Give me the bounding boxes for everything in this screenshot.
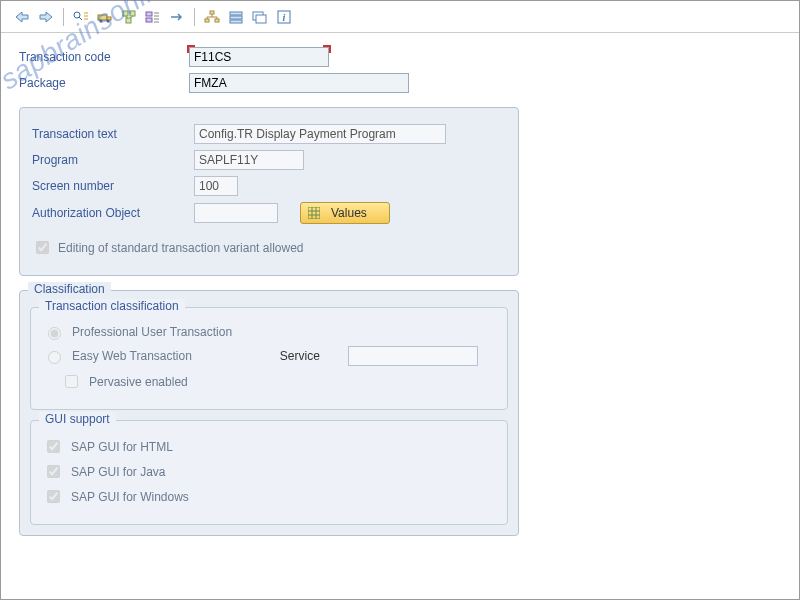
tcode-label: Transaction code <box>19 50 189 64</box>
svg-rect-17 <box>256 15 266 23</box>
program-label: Program <box>32 153 194 167</box>
app-toolbar: i <box>1 1 799 33</box>
gui-support-subgroup: GUI support SAP GUI for HTML SAP GUI for… <box>30 420 508 525</box>
svg-text:i: i <box>283 12 286 23</box>
forward-icon[interactable] <box>35 6 57 28</box>
prof-user-label: Professional User Transaction <box>72 325 232 339</box>
svg-rect-9 <box>146 18 152 22</box>
pervasive-label: Pervasive enabled <box>89 375 188 389</box>
display-toggle-icon[interactable] <box>70 6 92 28</box>
info-icon[interactable]: i <box>273 6 295 28</box>
stack-icon[interactable] <box>225 6 247 28</box>
where-used-icon[interactable] <box>118 6 140 28</box>
gui-support-title: GUI support <box>39 412 116 426</box>
transport-icon[interactable] <box>94 6 116 28</box>
edit-variant-checkbox <box>36 241 49 254</box>
table-icon <box>307 206 321 220</box>
svg-rect-5 <box>123 11 128 16</box>
screen-label: Screen number <box>32 179 194 193</box>
auth-label: Authorization Object <box>32 206 194 220</box>
details-panel: Transaction text Program Screen number A… <box>19 107 519 276</box>
gui-html-label: SAP GUI for HTML <box>71 440 173 454</box>
tx-class-title: Transaction classification <box>39 299 185 313</box>
separator <box>63 8 64 26</box>
gui-win-checkbox <box>47 490 60 503</box>
svg-rect-12 <box>215 19 219 22</box>
navigate-icon[interactable] <box>166 6 188 28</box>
tx-text-label: Transaction text <box>32 127 194 141</box>
tx-class-subgroup: Transaction classification Professional … <box>30 307 508 410</box>
package-input[interactable] <box>189 73 409 93</box>
svg-rect-8 <box>146 12 152 16</box>
classification-title: Classification <box>28 282 111 296</box>
easy-web-radio <box>48 351 61 364</box>
classification-group: Classification Transaction classificatio… <box>19 290 519 536</box>
window-list-icon[interactable] <box>249 6 271 28</box>
pervasive-checkbox <box>65 375 78 388</box>
gui-java-checkbox <box>47 465 60 478</box>
values-button-label: Values <box>331 206 367 220</box>
svg-rect-10 <box>210 11 214 14</box>
svg-rect-2 <box>107 17 111 20</box>
svg-rect-7 <box>126 18 131 23</box>
svg-rect-14 <box>230 16 242 19</box>
back-icon[interactable] <box>11 6 33 28</box>
gui-html-checkbox <box>47 440 60 453</box>
svg-rect-13 <box>230 12 242 15</box>
hierarchy-icon[interactable] <box>201 6 223 28</box>
service-input <box>348 346 478 366</box>
svg-rect-6 <box>130 11 135 16</box>
prof-user-radio <box>48 327 61 340</box>
object-list-icon[interactable] <box>142 6 164 28</box>
package-label: Package <box>19 76 189 90</box>
tx-text-input <box>194 124 446 144</box>
program-input <box>194 150 304 170</box>
easy-web-label: Easy Web Transaction <box>72 349 192 363</box>
service-label: Service <box>280 349 320 363</box>
gui-win-label: SAP GUI for Windows <box>71 490 189 504</box>
tcode-input[interactable] <box>189 47 329 67</box>
values-button[interactable]: Values <box>300 202 390 224</box>
svg-point-4 <box>107 19 110 22</box>
svg-rect-20 <box>308 207 320 219</box>
svg-point-3 <box>100 19 103 22</box>
gui-java-label: SAP GUI for Java <box>71 465 165 479</box>
svg-rect-1 <box>98 15 107 20</box>
main-content: Transaction code Package Transaction tex… <box>1 33 799 550</box>
screen-input <box>194 176 238 196</box>
svg-rect-11 <box>205 19 209 22</box>
edit-variant-label: Editing of standard transaction variant … <box>58 241 303 255</box>
auth-input <box>194 203 278 223</box>
separator <box>194 8 195 26</box>
svg-rect-15 <box>230 20 242 23</box>
